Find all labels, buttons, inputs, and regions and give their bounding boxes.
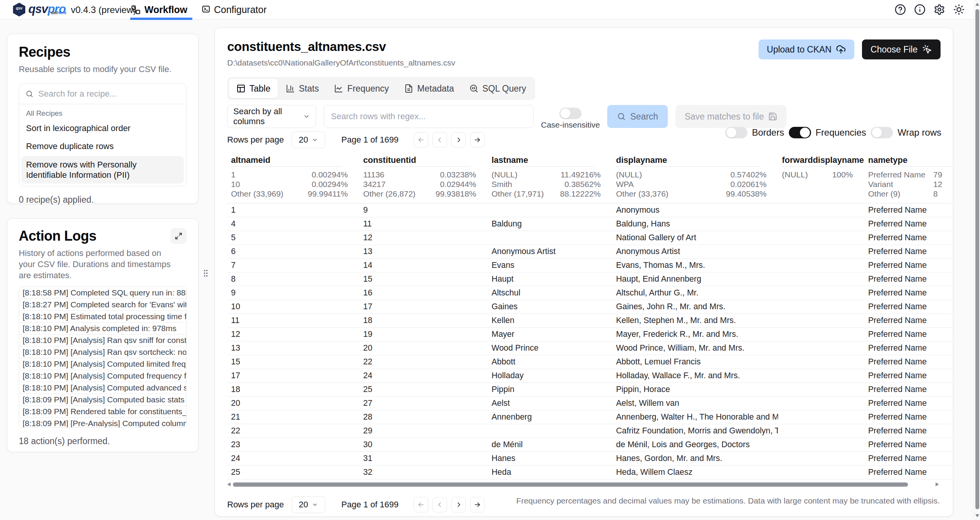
table-row: 2431HanesHanes, Gordon, Mr. and Mrs.Pref… <box>227 452 953 466</box>
scrollbar-thumb[interactable] <box>975 9 979 509</box>
search-button[interactable]: Search <box>607 105 668 128</box>
scroll-left-arrow[interactable] <box>227 482 231 486</box>
table-cell: National Gallery of Art <box>612 231 778 244</box>
table-cell: Hanes <box>488 452 612 465</box>
scroll-down-arrow[interactable] <box>975 514 979 517</box>
table-row: 2532HedaHeda, Willem ClaeszPreferred Nam… <box>227 466 953 479</box>
terminal-icon <box>202 5 210 15</box>
arrow-left-icon <box>417 136 425 144</box>
table-cell: Hanes, Gordon, Mr. and Mrs. <box>612 452 778 465</box>
frequency-line: Other (17,971)88.12222% <box>488 189 612 198</box>
frequencies-toggle[interactable] <box>789 127 811 138</box>
hscrollbar-thumb[interactable] <box>233 482 908 487</box>
table-cell: Preferred Name <box>864 355 953 369</box>
frequency-percent: 8 <box>933 189 938 198</box>
recipe-item[interactable]: Remove rows with Personally Identifiable… <box>21 156 184 184</box>
recipes-applied-count: 0 recipe(s) applied. <box>19 195 187 205</box>
scroll-up-arrow[interactable] <box>975 3 979 6</box>
info-icon[interactable] <box>914 4 926 15</box>
table-row: 1118KellenKellen, Stephen M., Mr. and Mr… <box>227 314 953 328</box>
table-cell: Kellen, Stephen M., Mr. and Mrs. <box>612 314 778 327</box>
column-header-displayname[interactable]: displayname <box>612 154 778 167</box>
help-icon[interactable] <box>895 4 906 15</box>
table-horizontal-scrollbar[interactable] <box>227 482 953 487</box>
last-page-button[interactable] <box>470 497 485 512</box>
borders-toggle[interactable] <box>725 127 747 138</box>
tab-stats[interactable]: Stats <box>279 79 326 98</box>
table-cell <box>778 300 864 313</box>
rows-per-page-value: 20 <box>299 135 308 145</box>
table-cell: 12 <box>227 328 359 341</box>
frequency-percent: 99.99411% <box>308 189 348 198</box>
qsvpro-logo-icon: qsv ⌄ <box>13 3 25 16</box>
tab-sql-query[interactable]: SQL Query <box>462 79 533 98</box>
nav-tab-workflow[interactable]: Workflow <box>131 0 192 20</box>
table-cell: Heda, Willem Claesz <box>612 466 778 479</box>
column-header-forwarddisplayname[interactable]: forwarddisplayname <box>778 154 864 167</box>
choose-file-button[interactable]: Choose File <box>862 39 941 59</box>
chevron-down-icon <box>312 137 318 143</box>
table-cell: 10 <box>227 300 359 313</box>
rows-per-page-value: 20 <box>299 500 308 510</box>
recipes-title: Recipes <box>19 44 187 60</box>
previous-page-button[interactable] <box>433 132 447 148</box>
expand-logs-button[interactable] <box>170 228 187 244</box>
table-cell: Preferred Name <box>864 466 953 479</box>
table-cell: Baldung, Hans <box>612 217 778 231</box>
first-page-button[interactable] <box>414 132 428 148</box>
table-cell: 19 <box>359 328 488 341</box>
nav-tab-configurator[interactable]: Configurator <box>202 0 267 20</box>
column-header-altnameid[interactable]: altnameid <box>227 154 359 167</box>
frequency-line: Other (33,376)99.40538% <box>612 189 778 198</box>
table-cell: Preferred Name <box>864 231 953 244</box>
frequency-line: 342170.02944% <box>359 179 488 189</box>
table-cell: Altschul <box>488 286 612 300</box>
rows-per-page-select[interactable]: 20 <box>292 496 325 513</box>
next-page-button[interactable] <box>451 132 466 148</box>
frequency-percent: 88.12222% <box>560 189 601 198</box>
next-page-button[interactable] <box>451 497 466 512</box>
frequency-value: WPA <box>616 179 634 189</box>
rows-per-page-select[interactable]: 20 <box>292 131 325 148</box>
search-scope-select[interactable]: Search by all columns <box>227 105 316 128</box>
wrap-rows-toggle[interactable] <box>871 127 893 138</box>
action-logs-subtitle: History of actions performed based on yo… <box>19 248 174 281</box>
page-scrollbar[interactable] <box>974 0 980 520</box>
table-cell: Preferred Name <box>864 245 953 258</box>
table-cell: 16 <box>359 286 488 300</box>
table-cell: 18 <box>359 314 488 327</box>
save-matches-button[interactable]: Save matches to file <box>675 105 787 128</box>
first-page-button[interactable] <box>414 497 428 512</box>
frequency-value: Other (9) <box>868 189 900 198</box>
case-insensitive-toggle[interactable] <box>559 108 582 119</box>
table-cell: Preferred Name <box>864 300 953 313</box>
tab-table[interactable]: Table <box>229 79 278 98</box>
frequency-value: Preferred Name <box>868 170 925 179</box>
panel-resize-grip-icon[interactable] <box>202 267 209 279</box>
scroll-right-arrow[interactable] <box>936 482 939 486</box>
tab-metadata[interactable]: Metadata <box>397 79 461 98</box>
table-cell: 30 <box>359 438 488 451</box>
sun-icon[interactable] <box>953 4 965 15</box>
rows-per-page-label: Rows per page <box>227 135 284 145</box>
table-cell: 15 <box>227 355 359 369</box>
previous-page-button[interactable] <box>433 497 447 512</box>
recipe-item[interactable]: Sort in lexicographical order <box>19 119 186 137</box>
gear-icon[interactable] <box>934 4 945 15</box>
table-cell <box>778 383 864 396</box>
regex-search-input[interactable] <box>324 105 534 128</box>
column-header-nametype[interactable]: nametype <box>864 154 953 167</box>
log-list[interactable]: [8:18:58 PM] Completed SQL query run in:… <box>19 287 187 428</box>
upload-to-ckan-button[interactable]: Upload to CKAN <box>759 39 855 59</box>
column-header-lastname[interactable]: lastname <box>488 154 612 167</box>
frequency-value: 10 <box>231 179 240 189</box>
logo-chevron: ⌄ <box>18 10 21 13</box>
recipe-search-input[interactable] <box>38 89 180 99</box>
column-header-constituentid[interactable]: constituentid <box>359 154 488 167</box>
last-page-button[interactable] <box>470 132 485 148</box>
recipe-item[interactable]: Remove duplicate rows <box>19 137 186 155</box>
frequency-value: Other (17,971) <box>492 189 544 198</box>
frequency-value: Other (33,969) <box>231 189 284 198</box>
tab-frequency[interactable]: Frequency <box>327 79 396 98</box>
frequency-percent: 12 <box>933 179 942 189</box>
